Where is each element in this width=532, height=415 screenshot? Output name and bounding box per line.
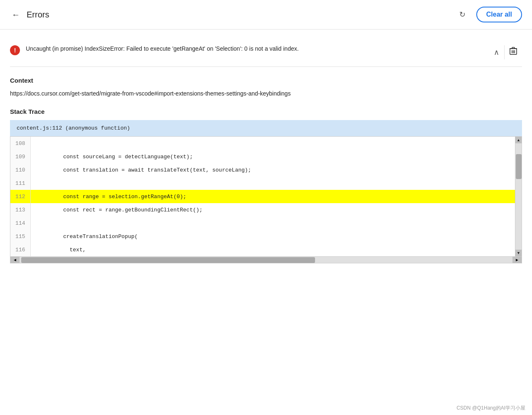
code-line: 114 (10, 216, 515, 230)
h-scroll-track (21, 257, 511, 263)
error-actions: ∧ (489, 44, 522, 60)
trash-icon (510, 47, 517, 55)
line-code: const rect = range.getBoundingClientRect… (30, 203, 515, 216)
code-line: 115 createTranslationPopup( (10, 230, 515, 243)
delete-button[interactable] (505, 44, 522, 60)
code-block: 108109 const sourceLang = detectLanguage… (10, 136, 522, 263)
svg-rect-2 (512, 47, 515, 49)
line-number: 112 (10, 190, 30, 203)
code-line: 110 const translation = await translateT… (10, 163, 515, 177)
line-code: const translation = await translateText(… (30, 163, 515, 177)
scroll-right-button[interactable]: ► (512, 257, 522, 263)
code-line: 113 const rect = range.getBoundingClient… (10, 203, 515, 216)
line-code (30, 137, 515, 150)
code-line: 112 const range = selection.getRangeAt(0… (10, 190, 515, 203)
collapse-button[interactable]: ∧ (489, 45, 505, 59)
line-code: createTranslationPopup( (30, 230, 515, 243)
page-title: Errors (27, 10, 452, 20)
scroll-left-button[interactable]: ◄ (10, 257, 20, 263)
line-number: 109 (10, 150, 30, 163)
scroll-track (515, 143, 522, 250)
vertical-scrollbar[interactable]: ▲ ▼ (515, 137, 522, 256)
line-code: const sourceLang = detectLanguage(text); (30, 150, 515, 163)
line-number: 113 (10, 203, 30, 216)
context-url: https://docs.cursor.com/get-started/migr… (10, 89, 522, 98)
line-code: text, (30, 243, 515, 256)
line-code: const range = selection.getRangeAt(0); (30, 190, 515, 203)
error-icon: ! (10, 45, 20, 55)
code-outer: 108109 const sourceLang = detectLanguage… (10, 137, 522, 256)
clear-all-button[interactable]: Clear all (476, 7, 522, 22)
code-table: 108109 const sourceLang = detectLanguage… (10, 137, 515, 256)
stack-trace-section-header: Stack Trace (10, 108, 522, 115)
line-number: 114 (10, 216, 30, 230)
horizontal-scrollbar[interactable]: ◄ ► (10, 256, 522, 263)
refresh-button[interactable]: ↻ (457, 7, 468, 22)
error-item: ! Uncaught (in promise) IndexSizeError: … (10, 38, 522, 67)
scroll-up-button[interactable]: ▲ (515, 137, 522, 143)
code-line: 108 (10, 137, 515, 150)
line-number: 116 (10, 243, 30, 256)
code-line: 111 (10, 177, 515, 190)
line-number: 111 (10, 177, 30, 190)
scroll-thumb[interactable] (516, 154, 522, 179)
back-button[interactable]: ← (10, 8, 22, 21)
header: ← Errors ↻ Clear all (0, 0, 532, 29)
code-scroll-area[interactable]: 108109 const sourceLang = detectLanguage… (10, 137, 515, 256)
line-number: 108 (10, 137, 30, 150)
error-message: Uncaught (in promise) IndexSizeError: Fa… (26, 44, 483, 53)
context-section-header: Context (10, 77, 522, 84)
line-number: 115 (10, 230, 30, 243)
code-line: 109 const sourceLang = detectLanguage(te… (10, 150, 515, 163)
line-number: 110 (10, 163, 30, 177)
main-content: ! Uncaught (in promise) IndexSizeError: … (0, 29, 532, 272)
stack-trace-bar: content.js:112 (anonymous function) (10, 120, 522, 136)
scroll-down-button[interactable]: ▼ (515, 250, 522, 256)
line-code (30, 177, 515, 190)
code-line: 116 text, (10, 243, 515, 256)
line-code (30, 216, 515, 230)
h-scroll-thumb[interactable] (21, 257, 315, 263)
